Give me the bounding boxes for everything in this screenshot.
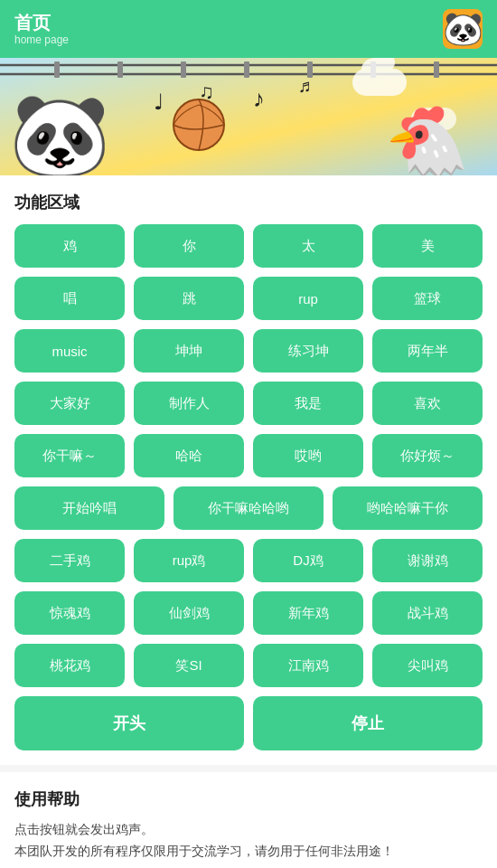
btn-xiaosi[interactable]: 笑SI [134, 644, 244, 687]
btn-rup[interactable]: rup [253, 277, 363, 320]
avatar: 🐼 [443, 9, 483, 49]
btn-niganmahahayo[interactable]: 你干嘛哈哈哟 [173, 486, 324, 530]
btn-mei[interactable]: 美 [372, 224, 483, 268]
button-row-2: 唱 跳 rup 篮球 [14, 277, 483, 320]
help-text-2: 本团队开发的所有程序仅限用于交流学习，请勿用于任何非法用途！ [14, 841, 483, 863]
btn-chang[interactable]: 唱 [14, 277, 125, 320]
btn-tai[interactable]: 太 [253, 224, 363, 268]
start-button[interactable]: 开头 [14, 696, 244, 750]
btn-xixieji[interactable]: 谢谢鸡 [372, 539, 483, 582]
svg-point-9 [173, 99, 224, 150]
btn-lianxikun[interactable]: 练习坤 [253, 329, 363, 373]
btn-tiao[interactable]: 跳 [134, 277, 244, 320]
btn-nihaofan[interactable]: 你好烦～ [372, 434, 483, 477]
button-row-8: 桃花鸡 笑SI 江南鸡 尖叫鸡 [14, 644, 483, 687]
btn-kunkun[interactable]: 坤坤 [134, 329, 244, 373]
main-content: 功能区域 鸡 你 太 美 唱 跳 rup 篮球 music 坤坤 练习坤 两年半… [0, 175, 497, 765]
music-note-4: ♬ [298, 76, 312, 97]
action-row: 开头 停止 [14, 696, 483, 750]
btn-ershouji[interactable]: 二手鸡 [14, 539, 125, 582]
svg-rect-4 [181, 61, 186, 78]
button-row-7: 惊魂鸡 仙剑鸡 新年鸡 战斗鸡 [14, 591, 483, 635]
page-subtitle: home page [14, 33, 69, 46]
btn-music[interactable]: music [14, 329, 125, 373]
svg-rect-2 [54, 61, 60, 78]
btn-ji[interactable]: 鸡 [14, 224, 125, 268]
panda-icon: 🐼 [443, 10, 483, 48]
banner: ♩ ♫ ♪ ♬ 🐼 🐔 [0, 58, 497, 175]
btn-zhandouji[interactable]: 战斗鸡 [372, 591, 483, 635]
btn-yohahama[interactable]: 哟哈哈嘛干你 [333, 486, 483, 530]
button-row-5: 你干嘛～ 哈哈 哎哟 你好烦～ [14, 434, 483, 477]
header: 首页 home page 🐼 [0, 0, 497, 58]
button-row-4: 大家好 制作人 我是 喜欢 [14, 382, 483, 425]
wire-decoration [0, 58, 497, 90]
music-note-3: ♪ [253, 85, 265, 113]
header-left: 首页 home page [14, 12, 69, 46]
button-row-6: 二手鸡 rup鸡 DJ鸡 谢谢鸡 [14, 539, 483, 582]
btn-niganma1[interactable]: 你干嘛～ [14, 434, 125, 477]
btn-xianjiangji[interactable]: 仙剑鸡 [134, 591, 244, 635]
button-row-3: music 坤坤 练习坤 两年半 [14, 329, 483, 373]
btn-liangnianban[interactable]: 两年半 [372, 329, 483, 373]
button-row-1: 鸡 你 太 美 [14, 224, 483, 268]
btn-taohuaji[interactable]: 桃花鸡 [14, 644, 125, 687]
page-title: 首页 [14, 12, 69, 33]
btn-woshi[interactable]: 我是 [253, 382, 363, 425]
btn-jinghungji[interactable]: 惊魂鸡 [14, 591, 125, 635]
btn-xihuan[interactable]: 喜欢 [372, 382, 483, 425]
btn-dajiahao[interactable]: 大家好 [14, 382, 125, 425]
btn-djji[interactable]: DJ鸡 [253, 539, 363, 582]
btn-jiangnanji[interactable]: 江南鸡 [253, 644, 363, 687]
svg-rect-5 [244, 61, 249, 78]
svg-rect-8 [434, 61, 439, 78]
btn-rupji[interactable]: rup鸡 [134, 539, 244, 582]
music-note-1: ♩ [154, 90, 164, 115]
help-section: 使用帮助 点击按钮就会发出鸡声。 本团队开发的所有程序仅限用于交流学习，请勿用于… [0, 772, 497, 868]
basketball-icon [172, 98, 226, 156]
btn-zhizuoren[interactable]: 制作人 [134, 382, 244, 425]
panda-character: 🐼 [9, 94, 110, 175]
btn-aiyo[interactable]: 哎哟 [253, 434, 363, 477]
btn-kaishiyinchang[interactable]: 开始吟唱 [14, 486, 164, 530]
help-title: 使用帮助 [14, 788, 483, 810]
help-text-1: 点击按钮就会发出鸡声。 [14, 819, 483, 841]
chicken-character: 🐔 [385, 108, 470, 175]
btn-ni[interactable]: 你 [134, 224, 244, 268]
button-row-wide: 开始吟唱 你干嘛哈哈哟 哟哈哈嘛干你 [14, 486, 483, 530]
cloud-decoration-1 [352, 69, 407, 96]
btn-haha[interactable]: 哈哈 [134, 434, 244, 477]
btn-jianjiaoji[interactable]: 尖叫鸡 [372, 644, 483, 687]
svg-rect-3 [117, 61, 123, 78]
function-section-title: 功能区域 [14, 175, 483, 224]
btn-xinnianji[interactable]: 新年鸡 [253, 591, 363, 635]
btn-lanqiu[interactable]: 篮球 [372, 277, 483, 320]
stop-button[interactable]: 停止 [253, 696, 483, 750]
